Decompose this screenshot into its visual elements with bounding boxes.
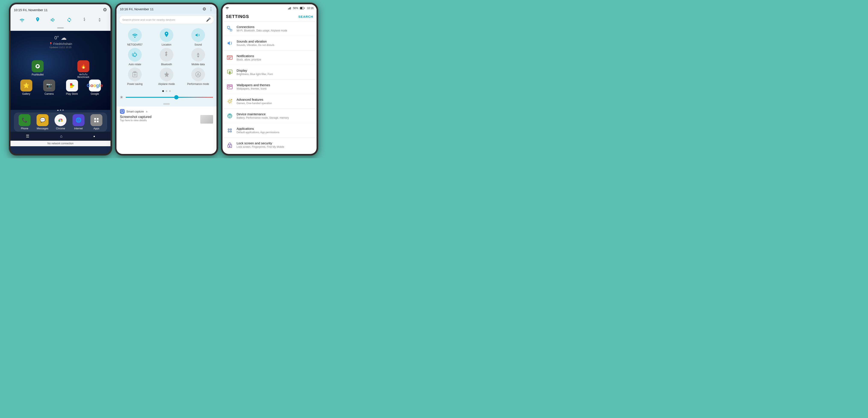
phone2-notification-section: Smart capture ▲ Screenshot captured Tap … bbox=[117, 107, 217, 154]
phone1-gear-icon[interactable]: ⚙ bbox=[103, 7, 107, 12]
phone1-time: 10:15 Fri, November 11 bbox=[14, 8, 48, 12]
svg-rect-30 bbox=[290, 7, 290, 9]
phone2-page-dots bbox=[117, 89, 217, 93]
phone1-sync-icon[interactable] bbox=[67, 17, 72, 23]
phone2-gear-icon[interactable]: ⚙ bbox=[203, 6, 206, 11]
phone1-dock-messages[interactable]: 💬 Messages bbox=[34, 114, 51, 130]
settings-item-applications[interactable]: Applications Default applications, App p… bbox=[222, 123, 316, 138]
phone1-app-antutu[interactable]: 🔥 AnTuTu Benchmark bbox=[75, 60, 92, 78]
phone1-recent-icon[interactable]: ● bbox=[93, 135, 95, 138]
phone1-dock: 📞 Phone 💬 Messages bbox=[14, 113, 107, 132]
phone2-toggle-autorotate[interactable]: Auto rotate bbox=[121, 48, 149, 66]
wallpapers-sub: Wallpapers, themes, icons bbox=[237, 87, 313, 90]
phone2-search-text: Search phone and scan for nearby devices bbox=[122, 18, 204, 21]
phone1-playstore-label: Play Store bbox=[66, 92, 78, 95]
settings-item-maintenance[interactable]: Device maintenance Battery, Performance … bbox=[222, 109, 316, 123]
phone1-bluetooth-icon[interactable] bbox=[83, 17, 87, 23]
phone1-app-google[interactable]: Google Google bbox=[86, 80, 103, 95]
svg-point-21 bbox=[195, 72, 201, 77]
phone1-status-bar-bottom: No network connection bbox=[10, 141, 111, 146]
phone2-brightness-row: ✳ bbox=[117, 93, 217, 101]
phone2-search-bar[interactable]: Search phone and scan for nearby devices… bbox=[119, 16, 214, 24]
settings-item-wallpapers[interactable]: Wallpapers and themes Wallpapers, themes… bbox=[222, 80, 316, 94]
svg-rect-24 bbox=[163, 104, 170, 104]
settings-item-sounds[interactable]: Sounds and vibration Sounds, Vibration, … bbox=[222, 36, 316, 51]
phone2-toggle-sound[interactable]: Sound bbox=[184, 28, 212, 46]
applications-text: Applications Default applications, App p… bbox=[237, 127, 313, 134]
phone1-sound-icon[interactable] bbox=[51, 17, 56, 23]
svg-point-0 bbox=[22, 21, 23, 22]
phone1-app-gallery[interactable]: ⭐ Gallery bbox=[18, 80, 35, 95]
phone1-app-pushbullet[interactable]: Pushbullet bbox=[29, 60, 46, 78]
settings-item-display[interactable]: Display Brightness, Blue light filter, F… bbox=[222, 65, 316, 80]
phone2-toggle-powersaving[interactable]: Power saving bbox=[121, 67, 149, 86]
phone2-toggles-section: NETGEAR57 Location bbox=[117, 26, 217, 89]
phone2-powersaving-icon-wrap bbox=[128, 67, 142, 81]
phone2-toggle-location[interactable]: Location bbox=[153, 28, 180, 46]
sounds-sub: Sounds, Vibration, Do not disturb bbox=[237, 43, 313, 47]
phone2-toggle-bluetooth[interactable]: Bluetooth bbox=[153, 48, 180, 66]
phone1-location-icon[interactable] bbox=[35, 17, 40, 23]
phone2-screenshot-thumb bbox=[200, 115, 213, 124]
phone2-toggle-mobiledata[interactable]: Mobile data bbox=[184, 48, 212, 66]
phone1-home-icon[interactable]: ⌂ bbox=[60, 134, 62, 139]
phone2-toggle-row2: Auto rotate Bluetooth bbox=[119, 48, 214, 66]
phone1-dock-apps[interactable]: Apps bbox=[88, 114, 105, 130]
settings-item-connections[interactable]: Connections Wi-Fi, Bluetooth, Data usage… bbox=[222, 21, 316, 36]
phone2-handle bbox=[117, 101, 217, 107]
svg-rect-15 bbox=[97, 121, 98, 122]
phone1-data-icon[interactable] bbox=[97, 17, 102, 23]
phone2-performancemode-label: Performance mode bbox=[187, 83, 209, 86]
svg-rect-34 bbox=[300, 7, 302, 9]
phone1-bottom-nav: ☰ ⌂ ● bbox=[10, 132, 111, 141]
phone2-content: 10:16 Fri, November 11 ⚙ ⋮ Search phone … bbox=[117, 4, 217, 154]
phone1-dot2 bbox=[60, 110, 61, 111]
phone1-dock-internet[interactable]: 🌐 Internet bbox=[70, 114, 87, 130]
phone1-antutu-label: AnTuTu Benchmark bbox=[78, 73, 89, 78]
phone2-toggle-wifi[interactable]: NETGEAR57 bbox=[121, 28, 149, 46]
phone1-app-row1: Pushbullet 🔥 AnTuTu Benchmark bbox=[10, 59, 111, 80]
phone2-toggle-airplane[interactable]: Airplane mode bbox=[153, 67, 180, 86]
phone2-mic-icon[interactable]: 🎤 bbox=[206, 17, 211, 22]
notif-sub: Block, allow, prioritize bbox=[237, 58, 313, 61]
phone1-dock-internet-label: Internet bbox=[74, 127, 83, 130]
phone1-drag-handle bbox=[10, 26, 111, 31]
phone1-dot3 bbox=[62, 110, 64, 111]
settings-item-lockscreen[interactable]: Lock screen and security Lock screen, Fi… bbox=[222, 138, 316, 152]
svg-rect-28 bbox=[288, 8, 288, 9]
phone1-weather: 0° ☁ bbox=[54, 34, 66, 41]
sounds-text: Sounds and vibration Sounds, Vibration, … bbox=[237, 39, 313, 47]
connections-icon bbox=[226, 25, 234, 32]
svg-rect-13 bbox=[97, 118, 98, 120]
phone1-menu-icon[interactable]: ☰ bbox=[26, 134, 29, 139]
phone1-app-camera[interactable]: 📷 Camera bbox=[41, 80, 58, 95]
lockscreen-icon bbox=[226, 141, 234, 149]
svg-point-27 bbox=[227, 9, 227, 9]
phone2-shell: 10:16 Fri, November 11 ⚙ ⋮ Search phone … bbox=[115, 3, 218, 156]
phone2-powersaving-label: Power saving bbox=[127, 83, 143, 86]
notif-text: Notifications Block, allow, prioritize bbox=[237, 54, 313, 61]
phone3-search-button[interactable]: SEARCH bbox=[299, 15, 313, 19]
phone2-airplane-label: Airplane mode bbox=[158, 83, 175, 86]
settings-item-notifications[interactable]: Notifications Block, allow, prioritize bbox=[222, 51, 316, 65]
phone1-dock-chrome[interactable]: Chrome bbox=[52, 114, 69, 130]
svg-point-11 bbox=[60, 120, 61, 121]
phone2-brightness-thumb[interactable] bbox=[174, 95, 179, 99]
phone1-app-playstore[interactable]: Play Store bbox=[63, 80, 81, 95]
svg-rect-23 bbox=[163, 103, 170, 104]
phone2-more-icon[interactable]: ⋮ bbox=[209, 6, 213, 11]
svg-rect-26 bbox=[121, 112, 123, 113]
phone1-dock-phone[interactable]: 📞 Phone bbox=[16, 114, 33, 130]
phone1-wifi-icon[interactable] bbox=[20, 18, 25, 22]
svg-point-57 bbox=[230, 131, 231, 132]
settings-item-advanced[interactable]: Advanced features Games, One-handed oper… bbox=[222, 94, 316, 109]
svg-point-53 bbox=[229, 115, 230, 117]
phone1-dock-messages-label: Messages bbox=[37, 127, 49, 130]
phone2-toggle-performancemode[interactable]: Performance mode bbox=[184, 67, 212, 86]
phone2-brightness-track[interactable] bbox=[126, 97, 213, 98]
phone3-header: SETTINGS SEARCH bbox=[222, 12, 316, 21]
phone1-shell: 10:15 Fri, November 11 ⚙ bbox=[9, 3, 112, 156]
phone3-signal-icon bbox=[225, 7, 229, 10]
svg-rect-25 bbox=[121, 110, 124, 112]
applications-sub: Default applications, App permissions bbox=[237, 131, 313, 134]
